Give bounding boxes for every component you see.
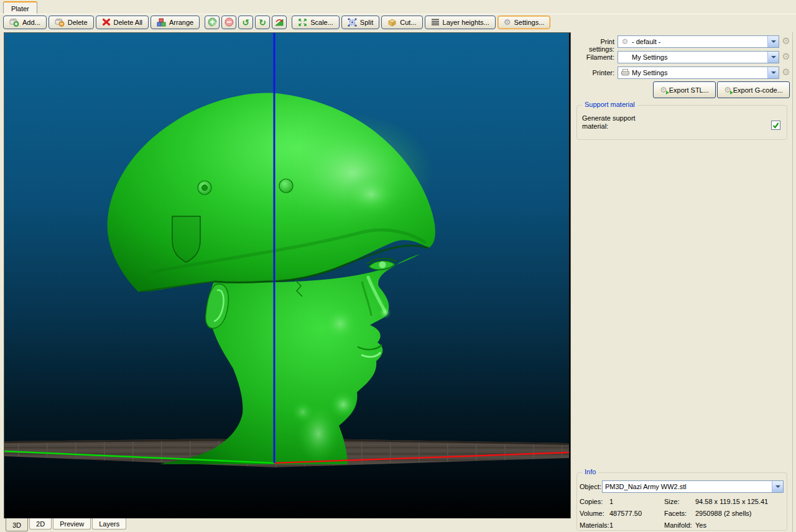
volume-label: Volume: xyxy=(580,510,604,517)
print-settings-label: Print settings: xyxy=(573,38,614,53)
add-button-label: Add... xyxy=(22,19,40,26)
decrease-copies-icon xyxy=(224,17,234,27)
split-button[interactable]: Split xyxy=(341,16,379,29)
tab-2d[interactable]: 2D xyxy=(29,518,52,530)
view-tab-bar: 3D 2D Preview Layers xyxy=(0,518,572,532)
red-x-icon xyxy=(102,18,111,26)
rotate-ccw-button[interactable]: ↺ xyxy=(238,16,253,29)
add-brick-icon xyxy=(9,18,19,27)
mirror-icon xyxy=(275,18,284,27)
scale-button[interactable]: Scale... xyxy=(292,16,340,29)
filament-gear-button[interactable]: ⚙ xyxy=(781,52,791,62)
print-settings-combo[interactable]: ⚙ - default - xyxy=(618,35,779,48)
tab-preview-label: Preview xyxy=(60,520,84,528)
info-legend: Info xyxy=(582,468,598,475)
layer-heights-button[interactable]: Layer heights... xyxy=(425,16,496,29)
settings-button[interactable]: ⚙ Settings... xyxy=(497,16,551,29)
cut-box-icon xyxy=(387,18,397,27)
copies-label: Copies: xyxy=(580,498,603,505)
split-dots-icon xyxy=(348,18,357,27)
settings-panel: Print settings: ⚙ - default - ⚙ Filament… xyxy=(573,32,793,532)
tab-2d-label: 2D xyxy=(36,520,45,528)
export-stl-icon: ⚙ xyxy=(660,86,667,94)
print-settings-value: - default - xyxy=(632,38,767,45)
volume-value: 487577.50 xyxy=(609,510,642,517)
delete-all-button[interactable]: Delete All xyxy=(96,16,149,29)
mirror-button[interactable] xyxy=(272,16,287,29)
gear-icon: ⚙ xyxy=(618,38,632,45)
decrease-copies-button[interactable] xyxy=(221,16,236,29)
3d-viewport[interactable] xyxy=(4,32,571,520)
generate-support-label: Generate support material: xyxy=(582,114,644,131)
arrange-button-label: Arrange xyxy=(169,19,193,26)
info-groupbox: Info Object: PM3D_Nazi Army WW2.stl Copi… xyxy=(576,472,787,531)
rotate-cw-button[interactable]: ↻ xyxy=(255,16,270,29)
3d-scene xyxy=(4,33,569,518)
facets-value: 2950988 (2 shells) xyxy=(695,510,752,517)
materials-value: 1 xyxy=(609,521,613,529)
export-gcode-button[interactable]: ⚙ Export G-code... xyxy=(717,81,790,98)
cut-button[interactable]: Cut... xyxy=(381,16,422,29)
tab-layers-label: Layers xyxy=(99,520,119,528)
arrange-button[interactable]: Arrange xyxy=(150,16,200,29)
increase-copies-icon xyxy=(208,17,217,27)
tab-strip: Plater xyxy=(0,0,796,14)
split-button-label: Split xyxy=(360,19,373,26)
facets-label: Facets: xyxy=(664,510,687,517)
filament-label: Filament: xyxy=(573,53,614,61)
layer-lines-icon xyxy=(431,18,440,26)
export-stl-label: Export STL... xyxy=(669,86,709,94)
delete-all-button-label: Delete All xyxy=(114,19,142,26)
gear-icon: ⚙ xyxy=(504,18,511,26)
rotate-cw-icon: ↻ xyxy=(259,18,266,27)
chevron-down-icon[interactable] xyxy=(767,36,779,47)
scale-arrows-icon xyxy=(298,18,307,27)
delete-brick-icon xyxy=(55,18,65,27)
size-value: 94.58 x 119.15 x 125.41 xyxy=(695,498,768,505)
export-gcode-icon: ⚙ xyxy=(724,86,731,94)
manifold-label: Manifold: xyxy=(664,521,692,529)
tab-3d-label: 3D xyxy=(12,521,21,529)
chevron-down-icon[interactable] xyxy=(767,67,779,78)
settings-button-label: Settings... xyxy=(514,19,544,26)
tab-layers[interactable]: Layers xyxy=(92,518,126,530)
materials-label: Materials: xyxy=(580,521,609,529)
chevron-down-icon[interactable] xyxy=(772,481,783,492)
filament-value: My Settings xyxy=(632,53,767,61)
chevron-down-icon[interactable] xyxy=(767,52,779,63)
print-settings-gear-button[interactable]: ⚙ xyxy=(781,36,791,46)
tab-plater[interactable]: Plater xyxy=(3,1,37,14)
object-combo[interactable]: PM3D_Nazi Army WW2.stl xyxy=(602,480,784,493)
add-button[interactable]: Add... xyxy=(3,16,47,29)
filament-combo[interactable]: My Settings xyxy=(618,51,779,63)
printer-icon xyxy=(618,68,632,77)
printer-label: Printer: xyxy=(573,69,614,76)
layer-heights-button-label: Layer heights... xyxy=(443,19,489,26)
main-toolbar: Add... Delete Delete All Arrange ↺ ↻ xyxy=(0,14,796,30)
slic3r-window: Plater Add... Delete Delete All Arrange xyxy=(0,0,796,532)
printer-gear-button[interactable]: ⚙ xyxy=(781,67,791,77)
support-material-legend: Support material xyxy=(582,101,637,108)
generate-support-checkbox[interactable] xyxy=(771,121,780,130)
manifold-value: Yes xyxy=(695,521,706,529)
rotate-ccw-icon: ↺ xyxy=(242,18,249,27)
object-label: Object: xyxy=(580,483,601,490)
printer-value: My Settings xyxy=(632,69,767,76)
tab-plater-label: Plater xyxy=(11,5,29,12)
increase-copies-button[interactable] xyxy=(205,16,220,29)
support-material-groupbox: Support material Generate support materi… xyxy=(576,105,787,140)
cut-button-label: Cut... xyxy=(400,19,416,26)
copies-value: 1 xyxy=(609,498,613,505)
delete-button[interactable]: Delete xyxy=(49,16,94,29)
scale-button-label: Scale... xyxy=(310,19,333,26)
tab-3d[interactable]: 3D xyxy=(6,518,28,531)
delete-button-label: Delete xyxy=(68,19,88,26)
check-icon xyxy=(772,122,779,129)
object-value: PM3D_Nazi Army WW2.stl xyxy=(603,483,772,490)
tab-preview[interactable]: Preview xyxy=(53,518,91,530)
export-stl-button[interactable]: ⚙ Export STL... xyxy=(653,81,716,98)
printer-combo[interactable]: My Settings xyxy=(618,66,779,79)
helmet-vent xyxy=(279,179,293,193)
export-gcode-label: Export G-code... xyxy=(733,86,783,94)
cubes-icon xyxy=(157,18,166,27)
